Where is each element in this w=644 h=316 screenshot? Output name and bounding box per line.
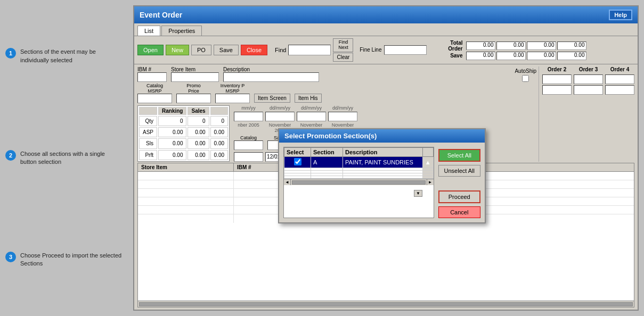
stats-total-2: 0.00 (496, 41, 526, 50)
stats-total-1: 0.00 (466, 41, 495, 50)
date-input-3[interactable]: 02/01/25 (297, 112, 326, 121)
ibm-input[interactable] (137, 72, 167, 82)
window-title: Event Order (140, 11, 182, 19)
promo-price-input[interactable]: . . (176, 94, 211, 103)
modal-scroll-thumb[interactable] (292, 180, 426, 185)
modal-title-bar: Select Promotion Section(s) (279, 129, 485, 143)
promo-price-label: PromoPrice (186, 83, 201, 94)
stats-total-4: 0.00 (557, 41, 586, 50)
order2-input-row1[interactable] (542, 74, 572, 84)
modal-dialog: Select Promotion Section(s) Select Secti… (278, 128, 486, 223)
clear-button[interactable]: Clear (333, 53, 353, 62)
section-checkbox-1[interactable] (294, 158, 301, 165)
annotation-2: 2 Choose all sections with a single butt… (5, 150, 123, 167)
save-stats-label: Save (431, 53, 463, 59)
asp-label: ASP (139, 127, 157, 137)
catalog-input[interactable] (234, 140, 263, 150)
date-label-4: dd/mm/yy (328, 105, 357, 111)
date-input-1[interactable]: 12/01/24 (234, 112, 263, 121)
proceed-button[interactable]: Proceed (438, 190, 480, 203)
scroll-left-arrow[interactable]: ◄ (284, 179, 291, 185)
modal-empty-row-5 (284, 176, 434, 178)
col-description-header: Description (343, 147, 423, 156)
title-bar: Event Order Help (134, 6, 638, 23)
prft-val-3: 0.00 (210, 150, 228, 160)
autoship-checkbox[interactable] (522, 75, 529, 82)
scroll-thumb[interactable] (139, 302, 633, 306)
annotation-badge-1: 1 (5, 48, 16, 59)
scroll-right-arrow[interactable]: ► (427, 179, 434, 185)
inventory-msrp-label: Inventory PMSRP (221, 83, 245, 94)
order4-input-row1[interactable] (605, 74, 634, 84)
description-input[interactable] (223, 72, 319, 82)
cancel-button[interactable]: Cancel (438, 206, 480, 218)
sls-val-3: 0.00 (210, 138, 228, 148)
stats-save-3: 0.00 (527, 52, 556, 60)
store-item-label: Store Item (171, 66, 219, 72)
sls-val-1: 0.00 (158, 138, 186, 148)
help-button[interactable]: Help (609, 10, 632, 20)
order3-input-row1[interactable] (574, 74, 603, 84)
prft-label: Prft (139, 150, 157, 160)
sls-val-2: 0.00 (188, 138, 209, 148)
annotation-panel: 1 Sections of the event may be individua… (0, 0, 128, 316)
annotation-text-2: Choose all sections with a single button… (20, 150, 123, 167)
sls-label: Sls (139, 138, 157, 148)
open-button[interactable]: Open (137, 45, 164, 55)
scroll-up-arrow[interactable]: ▲ (422, 156, 433, 168)
item-his-button[interactable]: Item His (295, 94, 322, 103)
month-label-1: nber 2005 (234, 122, 263, 133)
item-screen-button[interactable]: Item Screen (254, 94, 290, 103)
annotation-badge-3: 3 (5, 252, 16, 262)
catalog-msrp-label: CatalogMSRP (146, 83, 163, 94)
select-all-button[interactable]: Select All (438, 149, 480, 162)
table-cell (138, 189, 234, 197)
annotation-1: 1 Sections of the event may be individua… (5, 48, 123, 64)
order2-input-row2[interactable] (542, 85, 572, 95)
close-button[interactable]: Close (241, 45, 267, 55)
order2-label: Order 2 (542, 66, 572, 72)
date-label-1: mm/yy (234, 105, 263, 111)
po-button[interactable]: PO (191, 45, 211, 55)
store-item-col-header: Store Item (138, 163, 234, 171)
stats-save-4: 0.00 (557, 52, 586, 60)
main-window: Event Order Help List Properties Open Ne… (133, 5, 639, 311)
qty-val-2: 0 (188, 116, 209, 126)
scroll-down-arrow[interactable]: ▼ (414, 190, 422, 197)
save-button[interactable]: Save (214, 45, 239, 55)
order4-input-row2[interactable] (605, 85, 634, 95)
content-area: IBM # Store Item Description AutoSh (134, 64, 638, 310)
order3-input-row2[interactable] (574, 85, 603, 95)
inventory-msrp-input[interactable]: . . (215, 94, 250, 103)
find-next-button[interactable]: FindNext (333, 38, 353, 52)
autoship-label: AutoShip (515, 68, 536, 74)
section-code-1: A (311, 156, 343, 168)
stats-panel: TotalOrder 0.00 0.00 0.00 0.00 Save 0.00… (431, 40, 586, 60)
catalog-label: Catalog (240, 135, 257, 140)
description-label: Description (223, 66, 510, 72)
date-input-4[interactable]: / / (328, 112, 357, 121)
col-select-header: Select (284, 147, 311, 156)
new-button[interactable]: New (166, 45, 189, 55)
modal-sections-table: Select Section Description A (284, 147, 434, 179)
date-label-3: dd/mm/yy (297, 105, 326, 111)
tab-properties[interactable]: Properties (161, 26, 202, 36)
fine-line-label: Fine Line (360, 47, 381, 53)
tab-list[interactable]: List (137, 26, 160, 36)
tab-bar: List Properties (134, 23, 638, 36)
table-cell (138, 180, 234, 188)
modal-table-row: A PAINT, PAINT SUNDRIES ▲ (284, 156, 434, 168)
modal-buttons: Select All Unselect All Proceed Cancel (438, 147, 480, 218)
find-input[interactable] (288, 45, 331, 55)
qty-label: Qty (139, 116, 157, 126)
catalog-msrp-input[interactable]: . . (137, 94, 172, 103)
date-input-2[interactable]: 12/01/24 (265, 112, 295, 121)
fine-line-input[interactable] (384, 45, 427, 55)
ibm-label: IBM # (137, 66, 167, 72)
date2-input-1[interactable] (234, 152, 263, 162)
store-item-input[interactable] (171, 72, 219, 82)
modal-h-scroll[interactable]: ◄ ► (284, 179, 434, 185)
scroll-bar[interactable] (138, 301, 634, 307)
unselect-all-button[interactable]: Unselect All (438, 165, 480, 177)
rankings-table: Ranking Sales Qty 0 0 0 (137, 105, 230, 162)
